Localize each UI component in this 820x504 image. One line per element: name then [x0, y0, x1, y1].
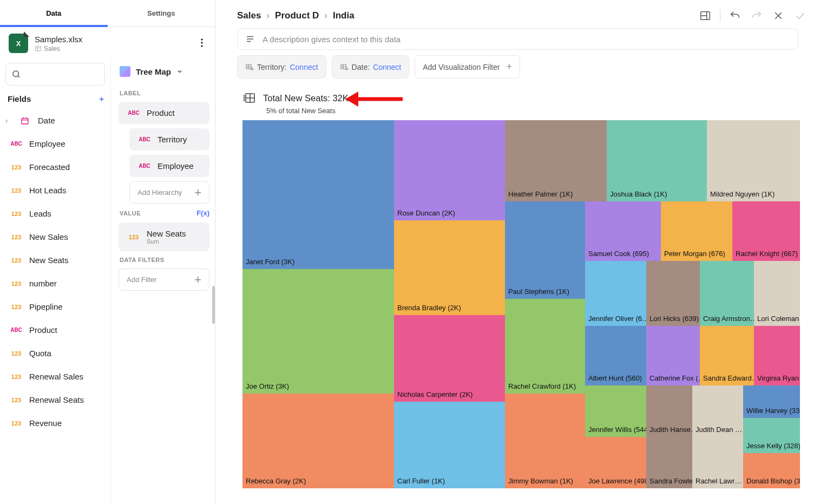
treemap-cell[interactable]: Brenda Bradley (2K) — [394, 220, 505, 315]
fx-button[interactable]: F(x) — [196, 209, 209, 217]
treemap-cell[interactable]: Joshua Black (1K) — [607, 120, 707, 201]
treemap-cell[interactable]: Mildred Nguyen (1K) — [707, 120, 800, 201]
treemap-cell[interactable]: Rachel Crawford (1K) — [505, 299, 585, 394]
add-field-button[interactable]: + — [99, 95, 104, 103]
treemap-cell[interactable]: Samuel Cook (695) — [585, 201, 661, 261]
treemap-cell[interactable]: Joe Lawrence (498) — [585, 437, 646, 488]
fields-panel: Fields + ›DateABCEmployee123Forecasted12… — [0, 58, 111, 504]
treemap-cell[interactable]: Craig Armstron… — [700, 261, 754, 326]
confirm-button[interactable] — [793, 9, 807, 23]
filter-connect-icon — [245, 63, 254, 71]
viz-type-selector[interactable]: Tree Map — [119, 62, 209, 84]
field-item[interactable]: 123New Seats — [5, 248, 107, 272]
treemap-cell[interactable]: Rose Duncan (2K) — [394, 120, 505, 220]
field-item[interactable]: ABCProduct — [5, 318, 107, 342]
svg-point-2 — [201, 42, 202, 43]
data-source-row: X Samples.xlsx Sales — [0, 27, 215, 58]
source-table: Sales — [44, 45, 60, 53]
tab-settings[interactable]: Settings — [108, 0, 215, 27]
add-filter[interactable]: Add Filter+ — [119, 269, 209, 291]
field-item[interactable]: ›Date — [5, 109, 107, 132]
scrollbar-thumb[interactable] — [212, 286, 215, 324]
label-chip[interactable]: ABCProduct — [119, 102, 209, 124]
treemap-cell[interactable]: Judith Hanse… — [646, 385, 692, 437]
chart-title: Total New Seats: 32K — [263, 93, 349, 103]
date-filter[interactable]: Date: Connect — [332, 55, 410, 78]
fields-search[interactable] — [5, 63, 105, 86]
close-button[interactable] — [771, 9, 785, 23]
chart-title-icon — [242, 91, 255, 104]
field-item[interactable]: 123Hot Leads — [5, 179, 107, 202]
svg-point-1 — [201, 38, 202, 40]
field-item[interactable]: 123number — [5, 272, 107, 295]
treemap-cell[interactable]: Rebecca Gray (2K) — [242, 394, 394, 488]
main-area: Sales› Product D› India A description gi… — [215, 0, 820, 504]
treemap-cell[interactable]: Sandra Fowle… — [646, 437, 692, 488]
treemap-cell[interactable]: Jennifer Oliver (6… — [585, 261, 646, 326]
filter-connect-icon — [340, 63, 349, 71]
field-item[interactable]: 123Revenue — [5, 411, 107, 435]
treemap-cell[interactable]: Sandra Edward… — [700, 326, 754, 385]
search-icon — [11, 69, 21, 79]
treemap-cell[interactable]: Lori Hicks (639) — [646, 261, 700, 326]
undo-button[interactable] — [728, 9, 742, 23]
label-chip[interactable]: ABCTerritory — [129, 128, 209, 150]
table-icon — [35, 45, 42, 52]
left-pane: Data Settings X Samples.xlsx Sales — [0, 0, 215, 504]
chevron-down-icon — [176, 68, 183, 75]
viz-config-panel: Tree Map LABEL ABCProductABCTerritoryABC… — [111, 58, 215, 504]
treemap-cell[interactable]: Jesse Kelly (328) — [743, 418, 800, 453]
treemap-cell[interactable]: Rachel Lawr… — [692, 437, 743, 488]
field-item[interactable]: 123New Sales — [5, 225, 107, 248]
layout-icon[interactable] — [698, 9, 712, 23]
field-item[interactable]: 123Renewal Seats — [5, 388, 107, 411]
menu-icon — [245, 34, 255, 44]
redo-button[interactable] — [750, 9, 764, 23]
treemap-cell[interactable]: Judith Dean … — [692, 385, 743, 437]
treemap-cell[interactable]: Willie Harvey (333) — [743, 385, 800, 418]
annotation-arrow — [344, 89, 404, 109]
source-more-button[interactable] — [198, 35, 206, 52]
breadcrumb[interactable]: Sales› Product D› India — [237, 10, 355, 21]
field-item[interactable]: 123Pipepline — [5, 295, 107, 318]
treemap-cell[interactable]: Catherine Fox (… — [646, 326, 700, 385]
treemap-cell[interactable]: Carl Fuller (1K) — [394, 402, 505, 488]
description-input[interactable]: A description gives context to this data — [237, 28, 798, 50]
field-item[interactable]: ABCEmployee — [5, 132, 107, 155]
tab-data[interactable]: Data — [0, 0, 108, 27]
field-item[interactable]: 123Renewal Sales — [5, 365, 107, 388]
treemap-cell[interactable]: Joe Ortiz (3K) — [242, 269, 394, 394]
treemap-cell[interactable]: Virginia Ryan… — [754, 326, 800, 385]
treemap-cell[interactable]: Peter Morgan (676) — [661, 201, 732, 261]
treemap-cell[interactable]: Jennifer Willis (544) — [585, 385, 646, 437]
treemap-cell[interactable]: Albert Hunt (560) — [585, 326, 646, 385]
fields-header: Fields — [8, 94, 31, 103]
value-chip[interactable]: 123 New Seats Sum — [119, 222, 209, 251]
add-hierarchy[interactable]: Add Hierarchy+ — [129, 181, 209, 204]
field-item[interactable]: 123Leads — [5, 202, 107, 225]
value-section-title: VALUE — [120, 210, 141, 217]
svg-point-3 — [201, 45, 202, 47]
treemap-cell[interactable]: Jimmy Bowman (1K) — [505, 394, 585, 488]
svg-point-4 — [13, 71, 19, 77]
svg-rect-0 — [36, 46, 41, 51]
label-chip[interactable]: ABCEmployee — [129, 155, 209, 177]
left-tabs: Data Settings — [0, 0, 215, 27]
treemap-icon — [120, 66, 130, 77]
treemap-cell[interactable]: Rachel Knight (667) — [732, 201, 800, 261]
treemap-chart[interactable]: Janet Ford (3K)Joe Ortiz (3K)Rebecca Gra… — [242, 120, 798, 499]
add-viz-filter[interactable]: Add Visualization Filter+ — [415, 55, 520, 78]
svg-rect-5 — [22, 118, 28, 124]
territory-filter[interactable]: Territory: Connect — [237, 55, 326, 78]
treemap-cell[interactable]: Lori Coleman … — [754, 261, 800, 326]
data-filters-title: DATA FILTERS — [120, 257, 209, 263]
treemap-cell[interactable]: Janet Ford (3K) — [242, 120, 394, 269]
excel-icon: X — [9, 34, 28, 53]
source-filename: Samples.xlsx — [35, 35, 82, 44]
treemap-cell[interactable]: Nicholas Carpenter (2K) — [394, 315, 505, 402]
label-section-title: LABEL — [120, 90, 209, 96]
field-item[interactable]: 123Forecasted — [5, 155, 107, 179]
treemap-cell[interactable]: Donald Bishop (326) — [743, 453, 800, 488]
treemap-cell[interactable]: Heather Palmer (1K) — [505, 120, 607, 201]
field-item[interactable]: 123Quota — [5, 342, 107, 365]
